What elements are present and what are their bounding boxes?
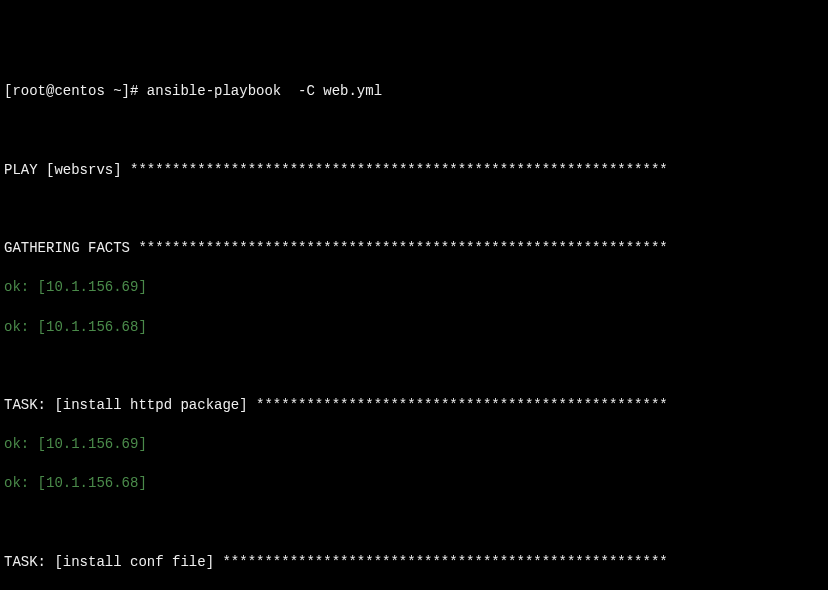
play-label: PLAY [websrvs] — [4, 162, 130, 178]
prompt-line: [root@centos ~]# ansible-playbook -C web… — [4, 82, 824, 102]
task-header: TASK: [install conf file] **************… — [4, 553, 824, 573]
blank-line — [4, 200, 824, 220]
ok-host-line: ok: [10.1.156.69] — [4, 278, 824, 298]
play-header: PLAY [websrvs] *************************… — [4, 161, 824, 181]
gather-label: GATHERING FACTS — [4, 240, 138, 256]
gather-stars: ****************************************… — [138, 240, 676, 256]
ok-host-line: ok: [10.1.156.69] — [4, 435, 824, 455]
task-stars: ****************************************… — [256, 397, 676, 413]
task-label: TASK: [install conf file] — [4, 554, 222, 570]
blank-line — [4, 122, 824, 142]
ok-host-line: ok: [10.1.156.68] — [4, 474, 824, 494]
task-label: TASK: [install httpd package] — [4, 397, 256, 413]
gathering-facts-header: GATHERING FACTS ************************… — [4, 239, 824, 259]
task-header: TASK: [install httpd package] **********… — [4, 396, 824, 416]
task-stars: ****************************************… — [222, 554, 676, 570]
shell-prompt: [root@centos ~]# — [4, 83, 147, 99]
shell-command: ansible-playbook -C web.yml — [147, 83, 382, 99]
blank-line — [4, 357, 824, 377]
ok-host-line: ok: [10.1.156.68] — [4, 318, 824, 338]
play-stars: ****************************************… — [130, 162, 676, 178]
blank-line — [4, 513, 824, 533]
